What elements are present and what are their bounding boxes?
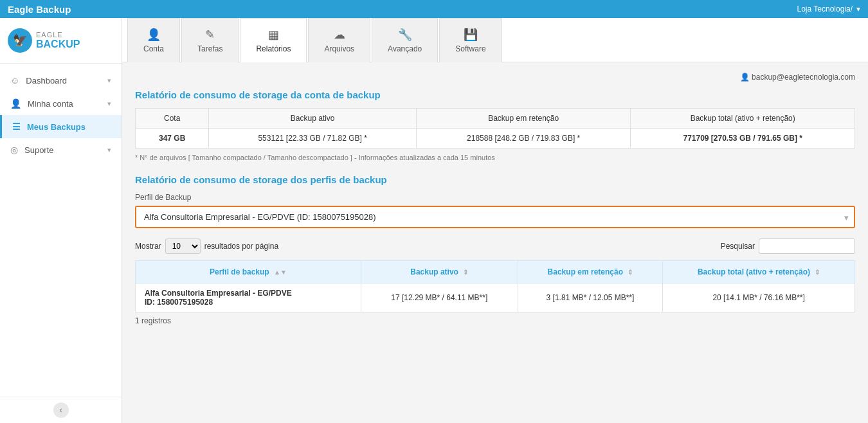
results-label: resultados por página — [204, 242, 278, 251]
search-label: Pesquisar — [721, 242, 755, 251]
th-perfil-backup: Perfil de backup ▲▼ — [136, 261, 361, 284]
table-row: Alfa Consultoria Empresarial - EG/PDVE I… — [136, 284, 855, 312]
col-backup-retencao: Backup em retenção — [416, 109, 630, 129]
minha-conta-icon: 👤 — [10, 98, 21, 109]
tab-avancado-label: Avançado — [388, 44, 422, 53]
row-backup-retencao: 3 [1.81 MB* / 12.05 MB**] — [518, 284, 663, 312]
tab-software[interactable]: 💾 Software — [439, 18, 502, 62]
sidebar-item-suporte[interactable]: ◎ Suporte ▾ — [0, 138, 122, 161]
th-backup-total-label: Backup total (ativo + retenção) — [698, 267, 810, 276]
sidebar-item-minha-conta[interactable]: 👤 Minha conta ▾ — [0, 92, 122, 115]
footnote: * N° de arquivos [ Tamanho compactado / … — [135, 154, 855, 161]
tab-tarefas-label: Tarefas — [197, 44, 222, 53]
search-input[interactable] — [759, 239, 855, 254]
th-backup-ativo-label: Backup ativo — [410, 267, 458, 276]
sidebar-item-meus-backups[interactable]: ☰ Meus Backups — [0, 115, 122, 138]
email-icon: 👤 — [740, 73, 750, 82]
top-bar: Eagle Backup Loja Tecnologia/ ▾ — [0, 0, 868, 18]
sidebar-nav: ☺ Dashboard ▾ 👤 Minha conta ▾ ☰ Meus Bac… — [0, 64, 122, 397]
layout: 🦅 eagle BACKUP ☺ Dashboard ▾ 👤 Minha con… — [0, 18, 868, 423]
sidebar-item-dashboard[interactable]: ☺ Dashboard ▾ — [0, 69, 122, 92]
sidebar-collapse: ‹ — [0, 397, 122, 423]
col-backup-ativo: Backup ativo — [209, 109, 417, 129]
table-row: 347 GB 553121 [22.33 GB / 71.82 GB] * 21… — [136, 129, 855, 148]
results-header-row: Perfil de backup ▲▼ Backup ativo ⇕ Backu… — [136, 261, 855, 284]
storage-account-table: Cota Backup ativo Backup em retenção Bac… — [135, 108, 855, 148]
th-perfil-label: Perfil de backup — [210, 267, 269, 276]
registros-bar: 1 registros — [135, 312, 855, 329]
dashboard-icon: ☺ — [10, 75, 19, 86]
perfil-label: Perfil de Backup — [135, 193, 855, 202]
sidebar-item-label-meus-backups: Meus Backups — [27, 122, 86, 132]
relatorios-tab-icon: ▦ — [268, 28, 279, 42]
sort-retencao-icon[interactable]: ⇕ — [628, 269, 633, 276]
top-bar-right[interactable]: Loja Tecnologia/ ▾ — [797, 4, 860, 14]
th-backup-total: Backup total (ativo + retenção) ⇕ — [663, 261, 855, 284]
chevron-suporte-icon: ▾ — [107, 146, 111, 154]
show-controls: Mostrar 10 25 50 100 resultados por pági… — [135, 239, 278, 254]
tab-relatorios[interactable]: ▦ Relatórios — [240, 18, 307, 62]
row-perfil-name: Alfa Consultoria Empresarial - EG/PDVE — [145, 289, 352, 298]
chevron-dashboard-icon: ▾ — [107, 76, 111, 85]
perfil-select[interactable]: Alfa Consultoria Empresarial - EG/PDVE (… — [135, 206, 855, 228]
tab-conta[interactable]: 👤 Conta — [127, 18, 180, 62]
show-select[interactable]: 10 25 50 100 — [165, 239, 201, 254]
sidebar-logo: 🦅 eagle BACKUP — [0, 18, 122, 64]
logo-icon: 🦅 — [8, 28, 32, 53]
registros-text: 1 registros — [135, 316, 171, 325]
tab-relatorios-label: Relatórios — [256, 44, 291, 53]
cota-value: 347 GB — [136, 129, 209, 148]
email-address: backup@eagletecnologia.com — [752, 73, 855, 82]
tarefas-tab-icon: ✎ — [205, 28, 215, 42]
results-table: Perfil de backup ▲▼ Backup ativo ⇕ Backu… — [135, 260, 855, 312]
tab-bar: 👤 Conta ✎ Tarefas ▦ Relatórios ☁ Arquivo… — [122, 18, 868, 62]
chevron-minha-conta-icon: ▾ — [107, 100, 111, 108]
meus-backups-icon: ☰ — [12, 122, 21, 132]
top-bar-dropdown-icon[interactable]: ▾ — [856, 4, 860, 14]
sidebar-item-label-minha-conta: Minha conta — [28, 99, 73, 109]
col-backup-total: Backup total (ativo + retenção) — [631, 109, 855, 129]
show-label: Mostrar — [135, 242, 161, 251]
col-cota: Cota — [136, 109, 209, 129]
sidebar: 🦅 eagle BACKUP ☺ Dashboard ▾ 👤 Minha con… — [0, 18, 122, 423]
conta-tab-icon: 👤 — [147, 28, 161, 42]
th-backup-retencao-label: Backup em retenção — [548, 267, 623, 276]
perfil-section: Perfil de Backup Alfa Consultoria Empres… — [135, 193, 855, 228]
row-perfil-id: ID: 1580075195028 — [145, 298, 352, 307]
logo-subtitle: eagle — [36, 31, 80, 39]
top-bar-user: Loja Tecnologia/ — [797, 4, 853, 14]
tab-tarefas[interactable]: ✎ Tarefas — [181, 18, 239, 62]
software-tab-icon: 💾 — [464, 28, 478, 42]
section2-title: Relatório de consumo de storage dos perf… — [135, 174, 855, 185]
tab-software-label: Software — [455, 44, 485, 53]
sort-perfil-icon[interactable]: ▲▼ — [274, 269, 287, 276]
tab-arquivos[interactable]: ☁ Arquivos — [308, 18, 370, 62]
sort-ativo-icon[interactable]: ⇕ — [463, 269, 468, 276]
row-backup-ativo: 17 [12.29 MB* / 64.11 MB**] — [361, 284, 518, 312]
perfil-select-wrapper: Alfa Consultoria Empresarial - EG/PDVE (… — [135, 206, 855, 228]
main-content: 👤 Conta ✎ Tarefas ▦ Relatórios ☁ Arquivo… — [122, 18, 868, 423]
controls-bar: Mostrar 10 25 50 100 resultados por pági… — [135, 239, 855, 254]
arquivos-tab-icon: ☁ — [334, 28, 345, 42]
email-bar: 👤 backup@eagletecnologia.com — [135, 73, 855, 82]
sidebar-item-label-suporte: Suporte — [24, 145, 54, 155]
eagle-backup-title: Eagle Backup — [8, 4, 71, 15]
sidebar-collapse-button[interactable]: ‹ — [53, 402, 69, 418]
tab-arquivos-label: Arquivos — [324, 44, 354, 53]
th-backup-retencao: Backup em retenção ⇕ — [518, 261, 663, 284]
sidebar-item-label-dashboard: Dashboard — [26, 76, 67, 86]
backup-retencao-value: 218588 [248.2 GB / 719.83 GB] * — [416, 129, 630, 148]
logo-text: eagle BACKUP — [36, 31, 80, 50]
backup-total-value: 771709 [270.53 GB / 791.65 GB] * — [631, 129, 855, 148]
row-backup-total: 20 [14.1 MB* / 76.16 MB**] — [663, 284, 855, 312]
suporte-icon: ◎ — [10, 145, 18, 155]
logo-title: BACKUP — [36, 39, 80, 50]
top-bar-title: Eagle Backup — [8, 4, 71, 15]
section1-title: Relatório de consumo de storage da conta… — [135, 89, 855, 100]
tab-avancado[interactable]: 🔧 Avançado — [372, 18, 438, 62]
th-backup-ativo: Backup ativo ⇕ — [361, 261, 518, 284]
sort-total-icon[interactable]: ⇕ — [815, 269, 820, 276]
avancado-tab-icon: 🔧 — [398, 28, 412, 42]
collapse-icon: ‹ — [60, 406, 62, 415]
backup-ativo-value: 553121 [22.33 GB / 71.82 GB] * — [209, 129, 417, 148]
